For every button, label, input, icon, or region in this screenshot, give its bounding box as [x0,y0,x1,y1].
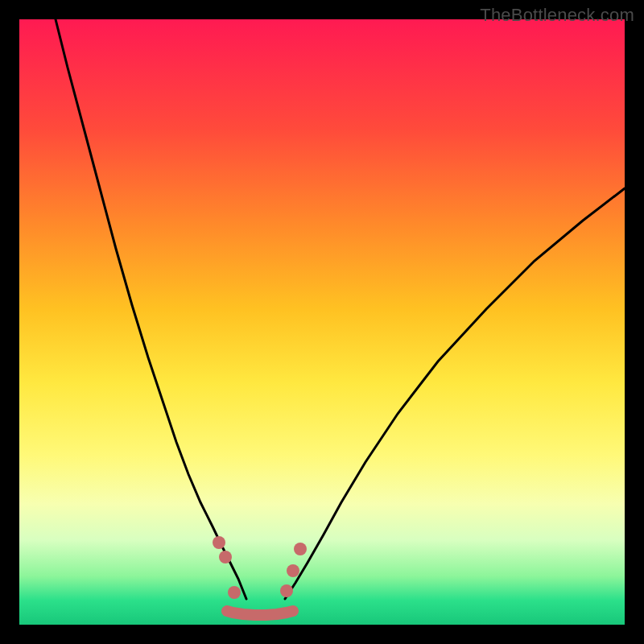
left-dot-bottom [228,586,241,599]
right-dot-upper [294,543,307,555]
valley-floor [227,611,293,615]
attribution-text: TheBottleneck.com [480,5,634,26]
right-curve [285,188,625,599]
chart-svg [19,19,625,625]
right-dot-bottom [280,584,293,597]
left-dot-upper [213,536,225,549]
right-dot-mid [287,564,299,577]
chart-frame [19,19,625,625]
left-curve [56,19,246,599]
marker-group [213,536,307,599]
left-dot-lower [219,551,232,564]
